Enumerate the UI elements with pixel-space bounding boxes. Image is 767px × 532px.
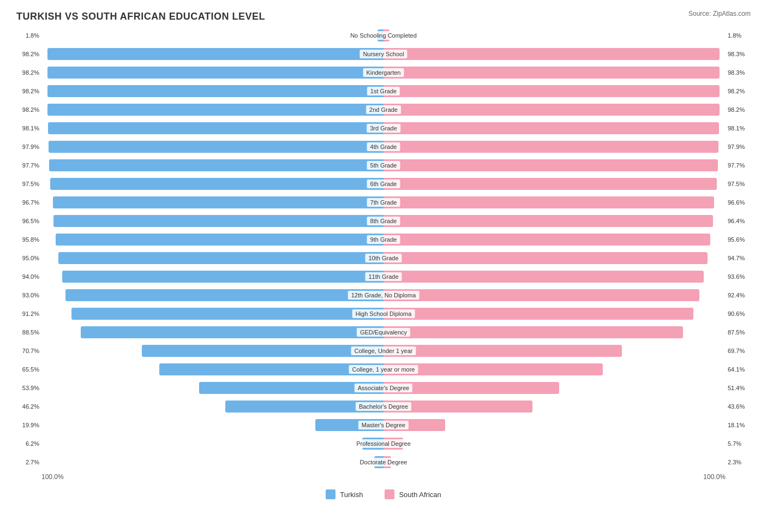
turkish-value: 97.7%: [16, 162, 41, 169]
bar-pair: 91.2%High School Diploma90.6%: [16, 306, 751, 321]
turkish-bar: [377, 29, 384, 41]
bar-pair: 6.2%Professional Degree5.7%: [16, 436, 751, 451]
turkish-bar: [48, 122, 384, 134]
turkish-value: 98.2%: [16, 69, 41, 76]
sa-value: 97.9%: [726, 144, 751, 150]
axis-labels: 100.0% 100.0%: [16, 473, 751, 481]
sa-value: 87.5%: [726, 329, 751, 336]
bar-row: 94.0%11th Grade93.6%: [16, 269, 751, 284]
bar-pair: 98.2%1st Grade98.2%: [16, 83, 751, 99]
sa-value: 69.7%: [726, 348, 751, 354]
bar-pair: 97.7%5th Grade97.7%: [16, 158, 751, 173]
bar-track: College, 1 year or more: [41, 362, 726, 377]
bar-pair: 98.1%3rd Grade98.1%: [16, 121, 751, 136]
bar-pair: 53.9%Associate's Degree51.4%: [16, 380, 751, 396]
sa-bar: [384, 382, 559, 394]
bar-track: Bachelor's Degree: [41, 399, 726, 414]
turkish-bar: [159, 363, 384, 375]
sa-bar: [384, 48, 720, 60]
bar-pair: 19.9%Master's Degree18.1%: [16, 417, 751, 433]
turkish-value: 65.5%: [16, 366, 41, 373]
legend-sa-label: South African: [399, 491, 441, 499]
turkish-bar: [47, 67, 384, 79]
sa-value: 43.6%: [726, 403, 751, 410]
turkish-bar: [65, 289, 384, 301]
sa-value: 64.1%: [726, 366, 751, 373]
sa-value: 98.2%: [726, 106, 751, 113]
sa-bar: [384, 401, 532, 413]
bar-track: GED/Equivalency: [41, 325, 726, 340]
turkish-value: 94.0%: [16, 273, 41, 280]
turkish-value: 98.2%: [16, 106, 41, 113]
legend-turkish-label: Turkish: [340, 491, 363, 499]
axis-left: 100.0%: [41, 473, 64, 481]
bar-track: Doctorate Degree: [41, 455, 726, 470]
bar-track: 9th Grade: [41, 232, 726, 247]
sa-value: 95.6%: [726, 236, 751, 243]
legend-box-turkish: [326, 489, 335, 499]
sa-bar: [384, 178, 717, 190]
sa-bar: [384, 456, 391, 468]
bar-pair: 88.5%GED/Equivalency87.5%: [16, 325, 751, 340]
chart-title: TURKISH VS SOUTH AFRICAN EDUCATION LEVEL: [16, 11, 751, 22]
bar-row: 53.9%Associate's Degree51.4%: [16, 380, 751, 396]
bar-pair: 94.0%11th Grade93.6%: [16, 269, 751, 284]
sa-value: 98.3%: [726, 69, 751, 76]
bar-row: 70.7%College, Under 1 year69.7%: [16, 343, 751, 358]
sa-bar: [384, 85, 720, 97]
bar-pair: 98.2%Nursery School98.3%: [16, 46, 751, 62]
turkish-bar: [47, 85, 384, 97]
bar-row: 97.9%4th Grade97.9%: [16, 139, 751, 154]
bar-pair: 2.7%Doctorate Degree2.3%: [16, 455, 751, 470]
bar-pair: 98.2%2nd Grade98.2%: [16, 102, 751, 117]
bar-pair: 97.5%6th Grade97.5%: [16, 176, 751, 192]
bar-row: 95.0%10th Grade94.7%: [16, 250, 751, 266]
turkish-value: 53.9%: [16, 385, 41, 391]
sa-bar: [384, 215, 713, 227]
sa-value: 98.3%: [726, 51, 751, 57]
legend-box-sa: [385, 489, 394, 499]
turkish-value: 46.2%: [16, 403, 41, 410]
bar-track: Associate's Degree: [41, 380, 726, 396]
turkish-value: 91.2%: [16, 310, 41, 317]
turkish-value: 19.9%: [16, 422, 41, 428]
turkish-bar: [50, 178, 384, 190]
turkish-value: 96.5%: [16, 218, 41, 224]
bar-pair: 96.7%7th Grade96.6%: [16, 195, 751, 210]
bar-pair: 97.9%4th Grade97.9%: [16, 139, 751, 154]
bar-track: Kindergarten: [41, 65, 726, 80]
sa-bar: [384, 308, 693, 320]
bar-row: 2.7%Doctorate Degree2.3%: [16, 455, 751, 470]
source-text: Source: ZipAtlas.com: [688, 10, 751, 17]
bar-row: 95.8%9th Grade95.6%: [16, 232, 751, 247]
bar-track: College, Under 1 year: [41, 343, 726, 358]
turkish-value: 93.0%: [16, 292, 41, 298]
turkish-value: 98.2%: [16, 51, 41, 57]
turkish-bar: [71, 308, 384, 320]
turkish-bar: [56, 234, 384, 246]
bar-pair: 96.5%8th Grade96.4%: [16, 213, 751, 229]
bar-track: 11th Grade: [41, 269, 726, 284]
bar-row: 96.5%8th Grade96.4%: [16, 213, 751, 229]
sa-value: 2.3%: [726, 459, 751, 465]
sa-bar: [384, 345, 622, 357]
sa-bar: [384, 289, 699, 301]
sa-bar: [384, 326, 683, 338]
bar-track: Master's Degree: [41, 417, 726, 433]
bar-row: 1.8%No Schooling Completed1.8%: [16, 28, 751, 43]
bar-row: 98.2%Nursery School98.3%: [16, 46, 751, 62]
sa-bar: [384, 141, 718, 153]
bar-pair: 95.8%9th Grade95.6%: [16, 232, 751, 247]
bars-area: 1.8%No Schooling Completed1.8%98.2%Nurse…: [16, 28, 751, 470]
turkish-bar: [362, 438, 384, 450]
bar-row: 46.2%Bachelor's Degree43.6%: [16, 399, 751, 414]
bar-row: 19.9%Master's Degree18.1%: [16, 417, 751, 433]
bar-track: 2nd Grade: [41, 102, 726, 117]
turkish-value: 1.8%: [16, 32, 41, 39]
bar-pair: 95.0%10th Grade94.7%: [16, 250, 751, 266]
sa-value: 92.4%: [726, 292, 751, 298]
turkish-value: 98.1%: [16, 125, 41, 131]
bar-track: 6th Grade: [41, 176, 726, 192]
turkish-bar: [62, 271, 384, 283]
bar-row: 6.2%Professional Degree5.7%: [16, 436, 751, 451]
